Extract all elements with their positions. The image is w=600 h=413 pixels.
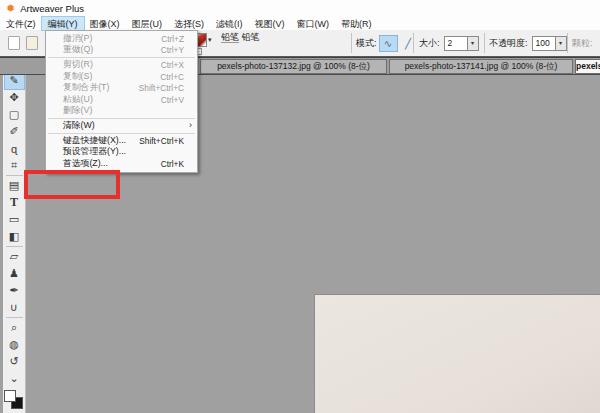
menu-item-paste: 粘贴(U)Ctrl+V bbox=[46, 94, 197, 106]
menu-item-shortcut: Ctrl+Y bbox=[161, 45, 184, 55]
menu-item-preferences[interactable]: 首选项(Z)...Ctrl+K bbox=[46, 158, 197, 170]
menu-item-label: 预设管理器(Y)... bbox=[63, 146, 126, 158]
menu-item-keyboard-shortcuts[interactable]: 键盘快捷键(X)...Shift+Ctrl+K bbox=[46, 135, 197, 147]
window-titlebar: ✹ Artweaver Plus bbox=[0, 0, 600, 16]
chevron-down-icon[interactable]: ▾ bbox=[467, 37, 478, 50]
edit-dropdown-menu: 撤消(P)Ctrl+Z重做(Q)Ctrl+Y剪切(R)Ctrl+X复制(S)Ct… bbox=[45, 30, 198, 173]
menu-item-copy-merged: 复制合并(T)Shift+Ctrl+C bbox=[46, 82, 197, 94]
menu-item-shortcut: Shift+Ctrl+K bbox=[139, 136, 184, 146]
menubar-item-view[interactable]: 视图(V) bbox=[249, 17, 291, 30]
menu-item-label: 键盘快捷键(X)... bbox=[63, 135, 126, 147]
document-tab[interactable]: pexels-photo-137132.jpg @ 100% (8-位) bbox=[200, 59, 387, 74]
menubar-item-window[interactable]: 窗口(W) bbox=[291, 17, 336, 30]
menu-item-label: 清除(W) bbox=[63, 120, 95, 132]
menu-item-shortcut: Ctrl+K bbox=[161, 159, 184, 169]
menubar-item-select[interactable]: 选择(S) bbox=[168, 17, 210, 30]
menubar-item-filter[interactable]: 滤镜(I) bbox=[210, 17, 249, 30]
menu-bar: 文件(Z)编辑(Y)图像(X)图层(U)选择(S)滤镜(I)视图(V)窗口(W)… bbox=[0, 16, 600, 30]
size-value[interactable]: 2 bbox=[445, 37, 467, 50]
color-swatches bbox=[4, 390, 24, 410]
text-tool[interactable]: T bbox=[5, 194, 24, 211]
menu-item-label: 复制合并(T) bbox=[63, 82, 109, 94]
shape-tool[interactable]: ▭ bbox=[5, 211, 24, 228]
artweaver-app-icon: ✹ bbox=[6, 3, 15, 14]
rotate-view-tool[interactable]: ↺ bbox=[5, 353, 24, 370]
move-tool[interactable]: ✥ bbox=[5, 89, 24, 106]
menu-item-delete: 删除(V) bbox=[46, 106, 197, 118]
foreground-color-swatch[interactable] bbox=[4, 390, 16, 402]
size-combobox[interactable]: 2 ▾ bbox=[444, 36, 479, 51]
eyedropper-tool[interactable]: ✒ bbox=[5, 282, 24, 299]
crop-tool[interactable]: ⌗ bbox=[5, 157, 24, 174]
submenu-arrow-icon: › bbox=[189, 121, 192, 130]
menu-item-label: 撤消(P) bbox=[63, 33, 92, 45]
menu-item-cut: 剪切(R)Ctrl+X bbox=[46, 59, 197, 71]
gradient-tool[interactable]: ◧ bbox=[5, 228, 24, 245]
pick-tool[interactable]: ⌄ bbox=[5, 370, 24, 387]
document-tab[interactable]: pexels-pho bbox=[575, 59, 600, 74]
magic-wand-tool[interactable]: ✐ bbox=[5, 123, 24, 140]
palette-separator bbox=[6, 246, 23, 247]
canvas-image[interactable] bbox=[315, 295, 600, 413]
opacity-combobox[interactable]: 100 ▾ bbox=[532, 36, 567, 51]
opacity-value[interactable]: 100 bbox=[533, 37, 555, 50]
size-label: 大小: bbox=[419, 37, 440, 50]
tool-palette: ✎✥▢✐ɋ⌗▤T▭◧▱♟✒∪⌕◍↺⌄ bbox=[3, 58, 26, 413]
menubar-item-help[interactable]: 帮助(R) bbox=[335, 17, 378, 30]
pattern-tool[interactable]: ▤ bbox=[5, 177, 24, 194]
toolbar-separator bbox=[567, 33, 568, 53]
document-tab[interactable]: pexels-photo-137141.jpg @ 100% (8-位) bbox=[389, 59, 573, 74]
menubar-item-image[interactable]: 图像(X) bbox=[84, 17, 126, 30]
menu-item-shortcut: Ctrl+Z bbox=[161, 34, 184, 44]
marquee-select-tool[interactable]: ▢ bbox=[5, 106, 24, 123]
chevron-down-icon[interactable]: ▾ bbox=[555, 37, 566, 50]
menubar-item-edit[interactable]: 编辑(Y) bbox=[42, 17, 84, 30]
new-document-icon[interactable] bbox=[8, 36, 20, 50]
palette-separator bbox=[6, 317, 23, 318]
opacity-label: 不透明度: bbox=[489, 37, 528, 50]
tool-name-label[interactable]: 铅笔 bbox=[221, 32, 239, 43]
menu-item-redo: 重做(Q)Ctrl+Y bbox=[46, 45, 197, 57]
eraser-tool[interactable]: ▱ bbox=[5, 248, 24, 265]
window-title: Artweaver Plus bbox=[20, 3, 84, 14]
toolbar-separator bbox=[351, 33, 352, 53]
menu-item-label: 剪切(R) bbox=[63, 59, 93, 71]
menu-item-label: 复制(S) bbox=[63, 71, 92, 83]
menu-item-shortcut: Ctrl+C bbox=[160, 72, 184, 82]
menu-item-copy: 复制(S)Ctrl+C bbox=[46, 71, 197, 83]
zoom-tool[interactable]: ⌕ bbox=[5, 319, 24, 336]
toolbar-separator bbox=[413, 33, 414, 53]
tool-preset-labels: 铅笔 铅笔 bbox=[221, 31, 348, 43]
open-document-icon[interactable] bbox=[26, 36, 38, 50]
menu-item-undo: 撤消(P)Ctrl+Z bbox=[46, 33, 197, 45]
toolbar-separator bbox=[484, 33, 485, 53]
stamp-tool[interactable]: ♟ bbox=[5, 265, 24, 282]
menu-item-label: 重做(Q) bbox=[63, 44, 93, 56]
menu-item-label: 粘贴(U) bbox=[63, 94, 93, 106]
menu-item-shortcut: Shift+Ctrl+C bbox=[139, 83, 184, 93]
freehand-stroke-icon[interactable]: ∿ bbox=[380, 36, 397, 51]
palette-separator bbox=[6, 175, 23, 176]
menu-item-preset-manager[interactable]: 预设管理器(Y)... bbox=[46, 146, 197, 158]
menu-item-shortcut: Ctrl+V bbox=[161, 95, 184, 105]
lasso-tool[interactable]: ɋ bbox=[5, 140, 24, 157]
chevron-down-icon[interactable]: ▾ bbox=[208, 36, 212, 44]
menubar-item-layer[interactable]: 图层(U) bbox=[126, 17, 169, 30]
fill-tool[interactable]: ∪ bbox=[5, 299, 24, 316]
grain-label: 颗粒: bbox=[572, 37, 593, 50]
smudge-tool[interactable]: ◍ bbox=[5, 336, 24, 353]
menubar-item-file[interactable]: 文件(Z) bbox=[0, 17, 42, 30]
menu-item-label: 删除(V) bbox=[63, 105, 92, 117]
menu-item-label: 首选项(Z)... bbox=[63, 158, 108, 170]
tool-variant-label[interactable]: 铅笔 bbox=[242, 32, 260, 42]
mode-label: 模式: bbox=[356, 37, 377, 50]
menu-item-clear[interactable]: 清除(W)› bbox=[46, 120, 197, 132]
menu-item-shortcut: Ctrl+X bbox=[161, 60, 184, 70]
